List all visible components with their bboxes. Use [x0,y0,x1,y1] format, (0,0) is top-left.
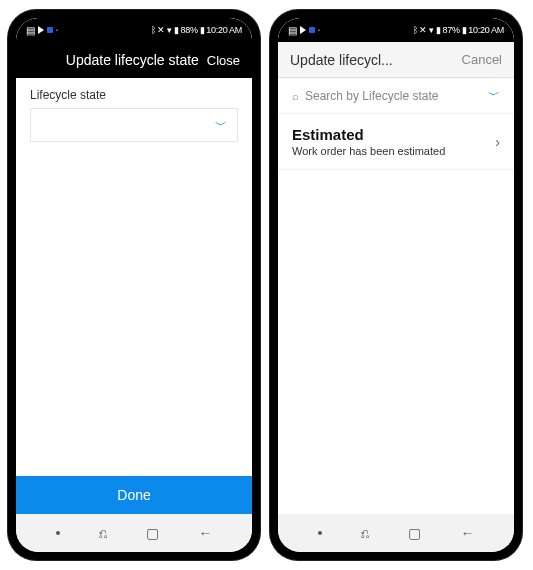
phone-frame-left: ▤ • ᛒ ✕ ▾ ▮ 88% ▮ 10:20 AM Update lifecy… [8,10,260,560]
nav-home-icon[interactable]: ▢ [408,525,421,541]
mute-icon: ✕ [419,25,427,35]
dot-icon: • [56,27,58,33]
bluetooth-icon: ᛒ [151,25,156,35]
battery-text: 87% [443,25,460,35]
cancel-button[interactable]: Cancel [462,52,502,67]
chevron-down-icon: ﹀ [215,117,227,134]
nav-recents-icon[interactable]: ⎌ [99,525,107,541]
content-area: Lifecycle state ﹀ [16,78,252,476]
nav-back-icon[interactable]: ← [198,525,212,541]
clock-text: 10:20 AM [468,25,504,35]
list-item-title: Estimated [292,126,495,143]
nav-dot [56,531,60,535]
battery-icon: ▮ [462,25,467,35]
status-bar: ▤ • ᛒ ✕ ▾ ▮ 87% ▮ 10:20 AM [278,18,514,42]
header-title: Update lifecycl... [290,52,462,68]
nav-bar: ⎌ ▢ ← [278,514,514,552]
dot-icon: • [318,27,320,33]
close-button[interactable]: Close [207,53,240,68]
play-store-icon [300,26,306,34]
gallery-icon: ▤ [288,25,297,36]
battery-text: 88% [181,25,198,35]
list-item[interactable]: Estimated Work order has been estimated … [278,114,514,170]
app-header: Update lifecycle state Close [16,42,252,78]
done-button[interactable]: Done [16,476,252,514]
app-icon [309,27,315,33]
search-input[interactable]: ⌕ Search by Lifecycle state ﹀ [278,78,514,114]
search-icon: ⌕ [292,90,299,102]
nav-recents-icon[interactable]: ⎌ [361,525,369,541]
nav-back-icon[interactable]: ← [460,525,474,541]
bluetooth-icon: ᛒ [413,25,418,35]
battery-icon: ▮ [200,25,205,35]
status-bar: ▤ • ᛒ ✕ ▾ ▮ 88% ▮ 10:20 AM [16,18,252,42]
signal-icon: ▮ [174,25,179,35]
gallery-icon: ▤ [26,25,35,36]
nav-bar: ⎌ ▢ ← [16,514,252,552]
wifi-icon: ▾ [167,25,172,35]
play-store-icon [38,26,44,34]
wifi-icon: ▾ [429,25,434,35]
mute-icon: ✕ [157,25,165,35]
clock-text: 10:20 AM [206,25,242,35]
app-icon [47,27,53,33]
search-placeholder: Search by Lifecycle state [305,89,488,103]
lifecycle-state-dropdown[interactable]: ﹀ [30,108,238,142]
chevron-right-icon: › [495,134,500,150]
nav-home-icon[interactable]: ▢ [146,525,159,541]
signal-icon: ▮ [436,25,441,35]
phone-frame-right: ▤ • ᛒ ✕ ▾ ▮ 87% ▮ 10:20 AM Update lifecy… [270,10,522,560]
field-label: Lifecycle state [16,78,252,108]
content-area: ⌕ Search by Lifecycle state ﹀ Estimated … [278,78,514,514]
app-header: Update lifecycl... Cancel [278,42,514,78]
done-label: Done [117,487,150,503]
nav-dot [318,531,322,535]
chevron-down-icon: ﹀ [488,87,500,104]
phone-screen: ▤ • ᛒ ✕ ▾ ▮ 88% ▮ 10:20 AM Update lifecy… [16,18,252,552]
phone-screen: ▤ • ᛒ ✕ ▾ ▮ 87% ▮ 10:20 AM Update lifecy… [278,18,514,552]
list-item-subtitle: Work order has been estimated [292,145,495,157]
header-title: Update lifecycle state [58,52,207,68]
